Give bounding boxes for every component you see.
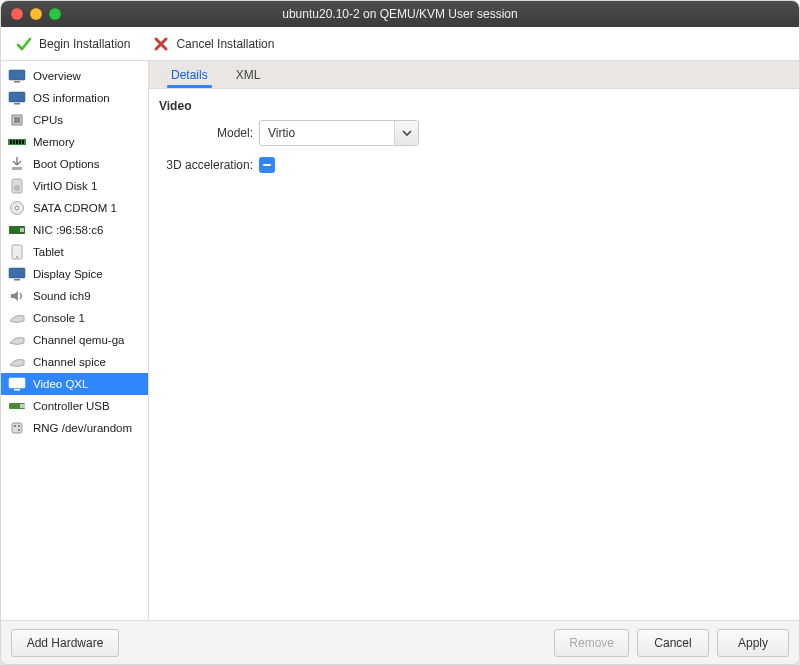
sidebar-item-overview[interactable]: Overview	[1, 65, 148, 87]
sidebar-item-label: Memory	[33, 136, 75, 148]
svg-rect-26	[20, 404, 25, 408]
display-icon	[7, 266, 27, 282]
sidebar-item-sata-cdrom-1[interactable]: SATA CDROM 1	[1, 197, 148, 219]
remove-button[interactable]: Remove	[554, 629, 629, 657]
tab-xml[interactable]: XML	[222, 61, 275, 88]
svg-rect-9	[16, 140, 18, 144]
begin-installation-button[interactable]: Begin Installation	[9, 32, 136, 56]
apply-button[interactable]: Apply	[717, 629, 789, 657]
accel-checkbox[interactable]	[259, 157, 275, 173]
sidebar-item-nic-96-58-c6[interactable]: NIC :96:58:c6	[1, 219, 148, 241]
svg-rect-18	[20, 228, 24, 232]
sidebar-item-console-1[interactable]: Console 1	[1, 307, 148, 329]
close-window-icon[interactable]	[11, 8, 23, 20]
window: ubuntu20.10-2 on QEMU/KVM User session B…	[0, 0, 800, 665]
sidebar-item-virtio-disk-1[interactable]: VirtIO Disk 1	[1, 175, 148, 197]
hardware-sidebar: OverviewOS informationCPUsMemoryBoot Opt…	[1, 61, 149, 620]
sidebar-item-label: RNG /dev/urandom	[33, 422, 132, 434]
svg-point-30	[18, 425, 20, 427]
tab-label: Details	[171, 68, 208, 82]
add-hardware-button[interactable]: Add Hardware	[11, 629, 119, 657]
add-hardware-label: Add Hardware	[27, 636, 104, 650]
svg-rect-10	[19, 140, 21, 144]
model-value: Virtio	[268, 126, 295, 140]
window-title: ubuntu20.10-2 on QEMU/KVM User session	[11, 7, 789, 21]
cancel-label: Cancel	[654, 636, 691, 650]
sidebar-item-label: Channel spice	[33, 356, 106, 368]
sidebar-item-label: Sound ich9	[33, 290, 91, 302]
minimize-window-icon[interactable]	[30, 8, 42, 20]
svg-rect-23	[9, 378, 25, 388]
checkbox-indicator-icon	[263, 164, 271, 166]
svg-point-29	[18, 429, 20, 431]
chevron-down-icon	[394, 121, 418, 145]
svg-point-16	[15, 206, 19, 210]
svg-point-28	[14, 425, 16, 427]
console-icon	[7, 310, 27, 326]
content-tabs: DetailsXML	[149, 61, 799, 89]
sidebar-item-rng-dev-urandom[interactable]: RNG /dev/urandom	[1, 417, 148, 439]
sidebar-item-label: Controller USB	[33, 400, 110, 412]
sidebar-item-os-information[interactable]: OS information	[1, 87, 148, 109]
boot-icon	[7, 156, 27, 172]
sidebar-item-display-spice[interactable]: Display Spice	[1, 263, 148, 285]
zoom-window-icon[interactable]	[49, 8, 61, 20]
tab-details[interactable]: Details	[157, 61, 222, 88]
apply-label: Apply	[738, 636, 768, 650]
monitor-icon	[7, 68, 27, 84]
titlebar: ubuntu20.10-2 on QEMU/KVM User session	[1, 1, 799, 27]
sidebar-item-label: CPUs	[33, 114, 63, 126]
disk-icon	[7, 178, 27, 194]
begin-installation-label: Begin Installation	[39, 37, 130, 51]
svg-rect-1	[14, 81, 20, 83]
sidebar-item-cpus[interactable]: CPUs	[1, 109, 148, 131]
model-row: Model: Virtio	[159, 119, 789, 147]
cdrom-icon	[7, 200, 27, 216]
model-label: Model:	[159, 126, 259, 140]
window-controls	[11, 8, 61, 20]
sidebar-item-label: NIC :96:58:c6	[33, 224, 103, 236]
svg-point-14	[14, 185, 20, 191]
cpu-icon	[7, 112, 27, 128]
sidebar-item-label: Overview	[33, 70, 81, 82]
cancel-button[interactable]: Cancel	[637, 629, 709, 657]
svg-rect-22	[14, 279, 20, 281]
footer-bar: Add Hardware Remove Cancel Apply	[1, 620, 799, 664]
sidebar-item-channel-qemu-ga[interactable]: Channel qemu-ga	[1, 329, 148, 351]
sidebar-item-tablet[interactable]: Tablet	[1, 241, 148, 263]
sidebar-item-label: OS information	[33, 92, 110, 104]
svg-rect-8	[13, 140, 15, 144]
model-combobox[interactable]: Virtio	[259, 120, 419, 146]
usb-icon	[7, 398, 27, 414]
svg-rect-27	[12, 423, 22, 433]
sidebar-item-label: Tablet	[33, 246, 64, 258]
cancel-installation-button[interactable]: Cancel Installation	[146, 32, 280, 56]
rng-icon	[7, 420, 27, 436]
svg-rect-7	[10, 140, 12, 144]
channel-icon	[7, 332, 27, 348]
tablet-icon	[7, 244, 27, 260]
svg-rect-21	[9, 268, 25, 278]
sidebar-item-sound-ich9[interactable]: Sound ich9	[1, 285, 148, 307]
sidebar-item-label: SATA CDROM 1	[33, 202, 117, 214]
sidebar-item-label: Channel qemu-ga	[33, 334, 124, 346]
accel-label: 3D acceleration:	[159, 158, 259, 172]
remove-label: Remove	[569, 636, 614, 650]
cancel-installation-label: Cancel Installation	[176, 37, 274, 51]
video-icon	[7, 376, 27, 392]
svg-rect-3	[14, 103, 20, 105]
sidebar-item-channel-spice[interactable]: Channel spice	[1, 351, 148, 373]
monitor-icon	[7, 90, 27, 106]
sidebar-item-memory[interactable]: Memory	[1, 131, 148, 153]
checkmark-icon	[15, 35, 33, 53]
sidebar-item-label: VirtIO Disk 1	[33, 180, 97, 192]
svg-rect-12	[12, 167, 22, 170]
sidebar-item-video-qxl[interactable]: Video QXL	[1, 373, 148, 395]
sidebar-item-boot-options[interactable]: Boot Options	[1, 153, 148, 175]
channel-icon	[7, 354, 27, 370]
sidebar-item-controller-usb[interactable]: Controller USB	[1, 395, 148, 417]
svg-rect-5	[14, 117, 20, 123]
svg-rect-2	[9, 92, 25, 102]
details-panel: Video Model: Virtio 3D acceleration:	[149, 89, 799, 620]
main-area: OverviewOS informationCPUsMemoryBoot Opt…	[1, 61, 799, 620]
